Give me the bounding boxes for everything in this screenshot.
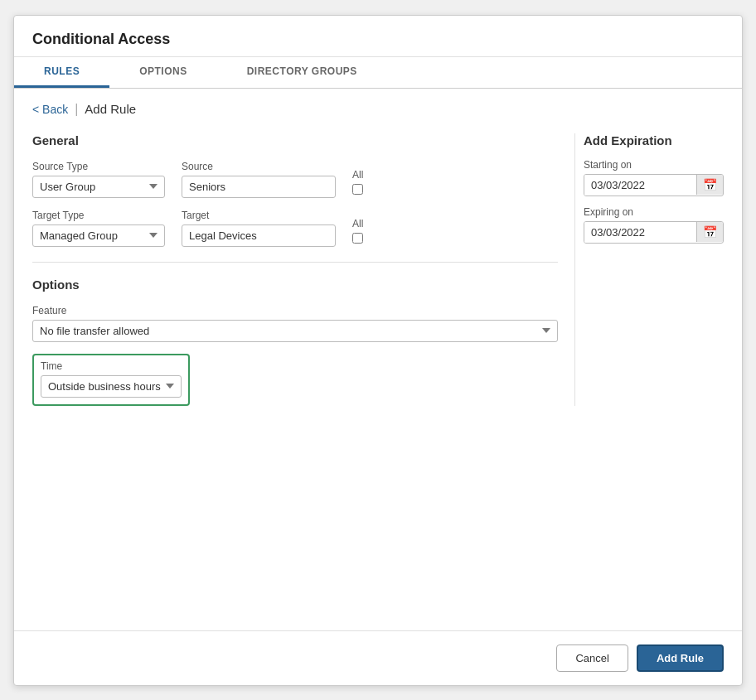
main-layout: General Source Type User Group Managed G… bbox=[32, 133, 724, 406]
target-all-checkbox-row bbox=[352, 233, 363, 244]
breadcrumb-current: Add Rule bbox=[85, 102, 136, 116]
form-area: General Source Type User Group Managed G… bbox=[32, 133, 558, 406]
footer: Cancel Add Rule bbox=[14, 630, 742, 685]
feature-label: Feature bbox=[32, 305, 558, 316]
source-input[interactable] bbox=[182, 176, 336, 198]
time-label: Time bbox=[41, 360, 182, 372]
source-all-checkbox-row bbox=[352, 184, 363, 195]
tab-directory-groups[interactable]: DIRECTORY GROUPS bbox=[217, 57, 387, 88]
expiring-on-calendar-button[interactable]: 📅 bbox=[696, 222, 723, 242]
cancel-button[interactable]: Cancel bbox=[556, 644, 628, 672]
expiring-on-label: Expiring on bbox=[584, 206, 724, 218]
tab-rules[interactable]: RULES bbox=[14, 57, 109, 88]
time-select[interactable]: Outside business hours Business hours Al… bbox=[41, 375, 182, 398]
time-group: Time Outside business hours Business hou… bbox=[32, 354, 190, 406]
starting-on-input-row: 📅 bbox=[584, 174, 724, 196]
expiring-on-group: Expiring on 📅 bbox=[584, 206, 724, 244]
target-all-group: All bbox=[352, 218, 363, 247]
add-rule-button[interactable]: Add Rule bbox=[637, 644, 724, 672]
breadcrumb-separator: | bbox=[75, 102, 78, 117]
source-all-group: All bbox=[352, 169, 363, 198]
source-all-checkbox[interactable] bbox=[352, 184, 363, 195]
starting-on-calendar-button[interactable]: 📅 bbox=[696, 175, 723, 195]
content-area: < Back | Add Rule General Source Type Us… bbox=[14, 89, 742, 630]
target-type-label: Target Type bbox=[32, 210, 165, 221]
target-label: Target bbox=[182, 210, 336, 221]
target-all-label: All bbox=[352, 218, 363, 229]
source-all-label: All bbox=[352, 169, 363, 181]
target-all-checkbox[interactable] bbox=[352, 233, 363, 244]
tab-options[interactable]: OPTIONS bbox=[109, 57, 217, 88]
source-label: Source bbox=[182, 161, 336, 172]
tab-bar: RULES OPTIONS DIRECTORY GROUPS bbox=[14, 57, 742, 89]
expiring-on-input-row: 📅 bbox=[584, 221, 724, 244]
target-type-group: Target Type Managed Group User Group All… bbox=[32, 210, 165, 247]
source-type-group: Source Type User Group Managed Group All… bbox=[32, 161, 165, 198]
back-button[interactable]: < Back bbox=[32, 103, 68, 116]
target-input-group: Target bbox=[182, 210, 336, 247]
source-type-select[interactable]: User Group Managed Group All Users bbox=[32, 176, 165, 198]
options-section-title: Options bbox=[32, 278, 558, 292]
section-divider bbox=[32, 262, 558, 263]
source-type-label: Source Type bbox=[32, 161, 165, 172]
breadcrumb: < Back | Add Rule bbox=[32, 102, 724, 117]
expiring-on-input[interactable] bbox=[584, 222, 696, 243]
source-row: Source Type User Group Managed Group All… bbox=[32, 161, 558, 198]
starting-on-input[interactable] bbox=[584, 175, 696, 196]
general-section-title: General bbox=[32, 133, 558, 147]
page-title: Conditional Access bbox=[14, 16, 742, 57]
starting-on-label: Starting on bbox=[584, 159, 724, 171]
feature-select[interactable]: No file transfer allowed Read only Full … bbox=[32, 320, 558, 342]
feature-group: Feature No file transfer allowed Read on… bbox=[32, 305, 558, 342]
expiration-title: Add Expiration bbox=[584, 133, 724, 147]
expiration-panel: Add Expiration Starting on 📅 Expiring on… bbox=[574, 133, 724, 406]
target-type-select[interactable]: Managed Group User Group All Devices bbox=[32, 224, 165, 247]
starting-on-group: Starting on 📅 bbox=[584, 159, 724, 196]
source-input-group: Source bbox=[182, 161, 336, 198]
main-window: Conditional Access RULES OPTIONS DIRECTO… bbox=[13, 15, 743, 686]
target-input[interactable] bbox=[182, 224, 336, 247]
target-row: Target Type Managed Group User Group All… bbox=[32, 210, 558, 247]
